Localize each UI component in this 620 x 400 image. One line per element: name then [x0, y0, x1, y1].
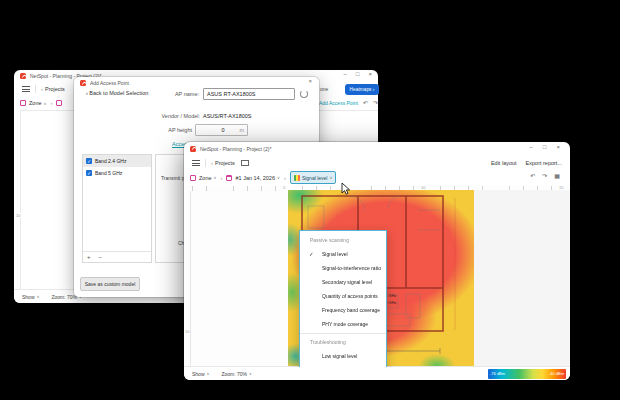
ruler-label: 5: [282, 185, 286, 190]
menubar: ‹ Projects Edit layout Export report...: [184, 155, 570, 170]
add-access-point-link[interactable]: Add Access Point: [319, 100, 358, 106]
netspot-app-icon: [20, 73, 26, 79]
band-label: Band 5 GHz: [95, 170, 122, 176]
menu-section-header: Troubleshooting: [300, 336, 386, 349]
projects-button[interactable]: Projects: [215, 160, 235, 166]
redo-icon[interactable]: ↷: [542, 172, 547, 179]
undo-icon[interactable]: ↶: [363, 99, 368, 106]
chevron-right-icon: ›: [220, 175, 222, 181]
menu-section-header: Passive scanning: [300, 234, 386, 247]
visualization-label: Signal level: [302, 175, 328, 181]
ap-height-label: AP height: [132, 127, 192, 133]
zone-selector[interactable]: Zone: [199, 175, 212, 181]
export-report-button[interactable]: Export report...: [526, 160, 562, 166]
chevron-right-icon: ›: [284, 175, 286, 181]
menu-item-frequency-band-coverage[interactable]: Frequency band coverage: [300, 303, 386, 317]
add-band-button[interactable]: +: [87, 254, 91, 260]
minimize-button[interactable]: –: [530, 144, 533, 150]
minimize-button[interactable]: –: [344, 71, 347, 77]
chevron-down-icon: ∨: [44, 101, 47, 106]
band-label: Band 2.4 GHz: [95, 158, 126, 164]
screen: NetSpot - Planning - Project (2)* – □ × …: [0, 0, 620, 400]
foreground-window: NetSpot - Planning - Project (2)* – □ × …: [184, 142, 570, 380]
redo-icon[interactable]: ↷: [373, 99, 378, 106]
band-row[interactable]: ✓ Band 5 GHz: [83, 167, 151, 179]
hamburger-menu-icon[interactable]: [192, 160, 200, 166]
menu-item-signal-level[interactable]: ✓ Signal level: [300, 247, 386, 261]
checkbox-checked-icon[interactable]: ✓: [86, 170, 92, 176]
zoom-dropdown[interactable]: Zoom: 70% ∨: [221, 371, 252, 377]
window-title: NetSpot - Planning - Project (2)*: [200, 146, 271, 152]
heatmaps-button[interactable]: Heatmaps ›: [345, 84, 379, 95]
divider: [205, 159, 206, 167]
visualization-dropdown-menu: Passive scanning ✓ Signal level Signal-t…: [299, 230, 387, 367]
ap-name-input[interactable]: ASUS RT-AX1800S: [203, 88, 295, 100]
hamburger-menu-icon[interactable]: [22, 86, 30, 92]
ruler-label: 10: [184, 329, 190, 334]
chevron-right-icon: ›: [50, 100, 52, 106]
show-dropdown[interactable]: Show ∨: [22, 294, 39, 300]
ap-height-unit: m: [239, 127, 244, 133]
ap-name-label: AP name:: [159, 91, 199, 97]
projects-button[interactable]: Projects: [45, 86, 65, 92]
back-chevron-icon: ‹: [211, 160, 213, 166]
layout-icon[interactable]: [241, 160, 249, 166]
canvas-empty-area: [474, 190, 570, 367]
chevron-down-icon: ∨: [207, 371, 210, 376]
back-to-model-selection-link[interactable]: ‹ Back to Model Selection: [86, 90, 148, 96]
snapshot-icon[interactable]: ▦: [554, 172, 560, 179]
signal-legend: -76 dBm -40 dBm: [488, 369, 566, 379]
band-row[interactable]: ✓ Band 2.4 GHz: [83, 155, 151, 167]
menu-divider: [300, 333, 386, 334]
check-icon: ✓: [309, 247, 314, 261]
save-as-custom-model-button[interactable]: Save as custom model: [80, 277, 140, 291]
titlebar[interactable]: NetSpot - Planning - Project (2)*: [184, 142, 570, 155]
menu-item-secondary-signal-level[interactable]: Secondary signal level: [300, 275, 386, 289]
legend-min-label: -76 dBm: [490, 371, 505, 376]
survey-selector[interactable]: #1 Jan 14, 2026: [235, 175, 274, 181]
chevron-up-icon: ∧: [329, 175, 332, 180]
left-ruler: [190, 191, 191, 367]
heatmap-canvas[interactable]: 5 10 15 10: [184, 185, 570, 367]
menu-item-overlapping-channels-sir[interactable]: Overlapping channels (SIR): [300, 363, 386, 367]
undo-icon[interactable]: ↶: [530, 172, 535, 179]
close-button[interactable]: ×: [368, 71, 372, 77]
legend-max-label: -40 dBm: [549, 371, 564, 376]
zone-selector[interactable]: Zone: [29, 100, 42, 106]
mode-label-fragment: one: [320, 86, 328, 92]
vendor-model-label: Vendor / Model:: [120, 113, 200, 119]
mouse-cursor: [341, 182, 351, 200]
vendor-model-value: ASUS/RT-AX1800S: [203, 113, 252, 119]
heatmap-gradient-icon: [294, 175, 300, 181]
zone-icon: [20, 100, 26, 106]
maximize-button[interactable]: □: [356, 71, 360, 77]
transmit-power-label: Transmit power: [161, 175, 185, 181]
maximize-button[interactable]: □: [543, 144, 547, 150]
chevron-down-icon: ∨: [37, 294, 40, 299]
refresh-icon[interactable]: [300, 90, 308, 98]
show-dropdown[interactable]: Show ∨: [192, 371, 209, 377]
ap-height-input[interactable]: 0 m: [195, 124, 248, 136]
divider: [35, 85, 36, 93]
band-list-footer: + −: [83, 251, 151, 262]
ruler-label: 10: [15, 213, 21, 218]
back-chevron-icon: ‹: [41, 86, 43, 92]
statusbar: Show ∨ Zoom: 70% ∨ -76 dBm -40 dBm: [184, 366, 570, 380]
toolbar: Zone ∨ › #1 Jan 14, 2026 ∨ › Signal leve…: [184, 170, 570, 186]
menu-item-phy-mode-coverage[interactable]: PHY mode coverage: [300, 317, 386, 331]
survey-date-icon: [226, 175, 232, 181]
checkbox-checked-icon[interactable]: ✓: [86, 158, 92, 164]
chevron-down-icon: ∨: [214, 175, 217, 180]
chevron-down-icon: ∨: [249, 371, 252, 376]
visualization-selector[interactable]: Signal level ∧: [290, 171, 337, 184]
menu-item-quantity-of-access-points[interactable]: Quantity of access points: [300, 289, 386, 303]
menu-item-low-signal-level[interactable]: Low signal level: [300, 349, 386, 363]
netspot-app-icon: [190, 146, 196, 152]
netspot-app-icon: [80, 80, 86, 86]
close-icon[interactable]: ×: [308, 78, 312, 84]
close-button[interactable]: ×: [556, 144, 560, 150]
chevron-down-icon: ∨: [277, 175, 280, 180]
remove-band-button[interactable]: −: [99, 254, 103, 260]
edit-layout-button[interactable]: Edit layout: [491, 160, 517, 166]
menu-item-signal-to-interference-ratio[interactable]: Signal-to-interference ratio: [300, 261, 386, 275]
